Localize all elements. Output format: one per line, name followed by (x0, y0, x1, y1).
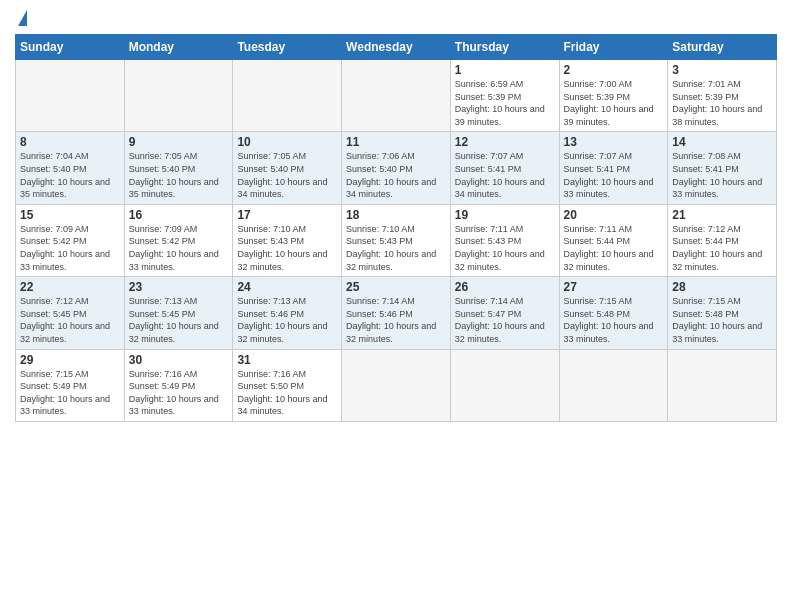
logo-triangle-icon (18, 10, 27, 26)
day-number: 10 (237, 135, 337, 149)
day-info: Sunrise: 7:09 AMSunset: 5:42 PMDaylight:… (20, 224, 110, 272)
day-info: Sunrise: 7:12 AMSunset: 5:44 PMDaylight:… (672, 224, 762, 272)
weekday-header-cell: Monday (124, 35, 233, 60)
calendar-day-cell: 22Sunrise: 7:12 AMSunset: 5:45 PMDayligh… (16, 277, 125, 349)
calendar-day-cell: 18Sunrise: 7:10 AMSunset: 5:43 PMDayligh… (342, 204, 451, 276)
calendar-day-cell: 14Sunrise: 7:08 AMSunset: 5:41 PMDayligh… (668, 132, 777, 204)
calendar-day-cell: 27Sunrise: 7:15 AMSunset: 5:48 PMDayligh… (559, 277, 668, 349)
calendar-week-row: 8Sunrise: 7:04 AMSunset: 5:40 PMDaylight… (16, 132, 777, 204)
calendar-day-cell: 17Sunrise: 7:10 AMSunset: 5:43 PMDayligh… (233, 204, 342, 276)
day-info: Sunrise: 7:01 AMSunset: 5:39 PMDaylight:… (672, 79, 762, 127)
weekday-header-row: SundayMondayTuesdayWednesdayThursdayFrid… (16, 35, 777, 60)
day-number: 19 (455, 208, 555, 222)
day-info: Sunrise: 6:59 AMSunset: 5:39 PMDaylight:… (455, 79, 545, 127)
calendar-day-cell: 28Sunrise: 7:15 AMSunset: 5:48 PMDayligh… (668, 277, 777, 349)
calendar-day-cell: 23Sunrise: 7:13 AMSunset: 5:45 PMDayligh… (124, 277, 233, 349)
day-info: Sunrise: 7:14 AMSunset: 5:47 PMDaylight:… (455, 296, 545, 344)
day-number: 22 (20, 280, 120, 294)
day-number: 18 (346, 208, 446, 222)
header (15, 10, 777, 28)
weekday-header-cell: Thursday (450, 35, 559, 60)
calendar-day-cell: 24Sunrise: 7:13 AMSunset: 5:46 PMDayligh… (233, 277, 342, 349)
calendar-day-cell: 26Sunrise: 7:14 AMSunset: 5:47 PMDayligh… (450, 277, 559, 349)
calendar-day-cell: 16Sunrise: 7:09 AMSunset: 5:42 PMDayligh… (124, 204, 233, 276)
calendar-day-cell: 20Sunrise: 7:11 AMSunset: 5:44 PMDayligh… (559, 204, 668, 276)
day-number: 27 (564, 280, 664, 294)
calendar-week-row: 15Sunrise: 7:09 AMSunset: 5:42 PMDayligh… (16, 204, 777, 276)
day-info: Sunrise: 7:16 AMSunset: 5:50 PMDaylight:… (237, 369, 327, 417)
day-info: Sunrise: 7:15 AMSunset: 5:48 PMDaylight:… (564, 296, 654, 344)
calendar-body: 1Sunrise: 6:59 AMSunset: 5:39 PMDaylight… (16, 60, 777, 422)
day-number: 21 (672, 208, 772, 222)
day-info: Sunrise: 7:09 AMSunset: 5:42 PMDaylight:… (129, 224, 219, 272)
calendar-day-cell (124, 60, 233, 132)
calendar-day-cell (233, 60, 342, 132)
day-number: 20 (564, 208, 664, 222)
calendar-day-cell: 10Sunrise: 7:05 AMSunset: 5:40 PMDayligh… (233, 132, 342, 204)
day-number: 17 (237, 208, 337, 222)
day-info: Sunrise: 7:05 AMSunset: 5:40 PMDaylight:… (237, 151, 327, 199)
day-info: Sunrise: 7:15 AMSunset: 5:49 PMDaylight:… (20, 369, 110, 417)
calendar-day-cell (450, 349, 559, 421)
calendar-day-cell: 15Sunrise: 7:09 AMSunset: 5:42 PMDayligh… (16, 204, 125, 276)
day-info: Sunrise: 7:11 AMSunset: 5:44 PMDaylight:… (564, 224, 654, 272)
day-info: Sunrise: 7:13 AMSunset: 5:46 PMDaylight:… (237, 296, 327, 344)
calendar-week-row: 29Sunrise: 7:15 AMSunset: 5:49 PMDayligh… (16, 349, 777, 421)
calendar-day-cell: 11Sunrise: 7:06 AMSunset: 5:40 PMDayligh… (342, 132, 451, 204)
weekday-header-cell: Friday (559, 35, 668, 60)
day-info: Sunrise: 7:10 AMSunset: 5:43 PMDaylight:… (346, 224, 436, 272)
weekday-header-cell: Sunday (16, 35, 125, 60)
day-number: 15 (20, 208, 120, 222)
day-number: 8 (20, 135, 120, 149)
calendar-day-cell: 25Sunrise: 7:14 AMSunset: 5:46 PMDayligh… (342, 277, 451, 349)
calendar-day-cell: 19Sunrise: 7:11 AMSunset: 5:43 PMDayligh… (450, 204, 559, 276)
day-number: 25 (346, 280, 446, 294)
day-number: 13 (564, 135, 664, 149)
day-info: Sunrise: 7:10 AMSunset: 5:43 PMDaylight:… (237, 224, 327, 272)
calendar-day-cell (342, 349, 451, 421)
day-number: 3 (672, 63, 772, 77)
calendar-week-row: 1Sunrise: 6:59 AMSunset: 5:39 PMDaylight… (16, 60, 777, 132)
page-container: SundayMondayTuesdayWednesdayThursdayFrid… (0, 0, 792, 427)
day-number: 31 (237, 353, 337, 367)
calendar-day-cell (559, 349, 668, 421)
calendar-day-cell: 8Sunrise: 7:04 AMSunset: 5:40 PMDaylight… (16, 132, 125, 204)
calendar-day-cell: 9Sunrise: 7:05 AMSunset: 5:40 PMDaylight… (124, 132, 233, 204)
calendar-day-cell: 13Sunrise: 7:07 AMSunset: 5:41 PMDayligh… (559, 132, 668, 204)
day-number: 23 (129, 280, 229, 294)
calendar-day-cell (668, 349, 777, 421)
day-info: Sunrise: 7:13 AMSunset: 5:45 PMDaylight:… (129, 296, 219, 344)
day-info: Sunrise: 7:16 AMSunset: 5:49 PMDaylight:… (129, 369, 219, 417)
day-info: Sunrise: 7:12 AMSunset: 5:45 PMDaylight:… (20, 296, 110, 344)
calendar-day-cell: 12Sunrise: 7:07 AMSunset: 5:41 PMDayligh… (450, 132, 559, 204)
day-info: Sunrise: 7:00 AMSunset: 5:39 PMDaylight:… (564, 79, 654, 127)
day-number: 26 (455, 280, 555, 294)
day-info: Sunrise: 7:07 AMSunset: 5:41 PMDaylight:… (455, 151, 545, 199)
weekday-header-cell: Tuesday (233, 35, 342, 60)
weekday-header-cell: Wednesday (342, 35, 451, 60)
calendar-day-cell: 2Sunrise: 7:00 AMSunset: 5:39 PMDaylight… (559, 60, 668, 132)
day-number: 9 (129, 135, 229, 149)
day-info: Sunrise: 7:04 AMSunset: 5:40 PMDaylight:… (20, 151, 110, 199)
calendar-day-cell: 21Sunrise: 7:12 AMSunset: 5:44 PMDayligh… (668, 204, 777, 276)
day-number: 2 (564, 63, 664, 77)
calendar-day-cell: 29Sunrise: 7:15 AMSunset: 5:49 PMDayligh… (16, 349, 125, 421)
day-number: 14 (672, 135, 772, 149)
day-info: Sunrise: 7:08 AMSunset: 5:41 PMDaylight:… (672, 151, 762, 199)
day-info: Sunrise: 7:14 AMSunset: 5:46 PMDaylight:… (346, 296, 436, 344)
calendar-table: SundayMondayTuesdayWednesdayThursdayFrid… (15, 34, 777, 422)
logo (15, 10, 27, 28)
day-number: 30 (129, 353, 229, 367)
calendar-day-cell: 3Sunrise: 7:01 AMSunset: 5:39 PMDaylight… (668, 60, 777, 132)
calendar-day-cell (342, 60, 451, 132)
day-number: 16 (129, 208, 229, 222)
calendar-day-cell: 1Sunrise: 6:59 AMSunset: 5:39 PMDaylight… (450, 60, 559, 132)
calendar-day-cell (16, 60, 125, 132)
day-number: 29 (20, 353, 120, 367)
day-info: Sunrise: 7:07 AMSunset: 5:41 PMDaylight:… (564, 151, 654, 199)
weekday-header-cell: Saturday (668, 35, 777, 60)
day-info: Sunrise: 7:06 AMSunset: 5:40 PMDaylight:… (346, 151, 436, 199)
day-info: Sunrise: 7:11 AMSunset: 5:43 PMDaylight:… (455, 224, 545, 272)
calendar-day-cell: 31Sunrise: 7:16 AMSunset: 5:50 PMDayligh… (233, 349, 342, 421)
day-info: Sunrise: 7:05 AMSunset: 5:40 PMDaylight:… (129, 151, 219, 199)
